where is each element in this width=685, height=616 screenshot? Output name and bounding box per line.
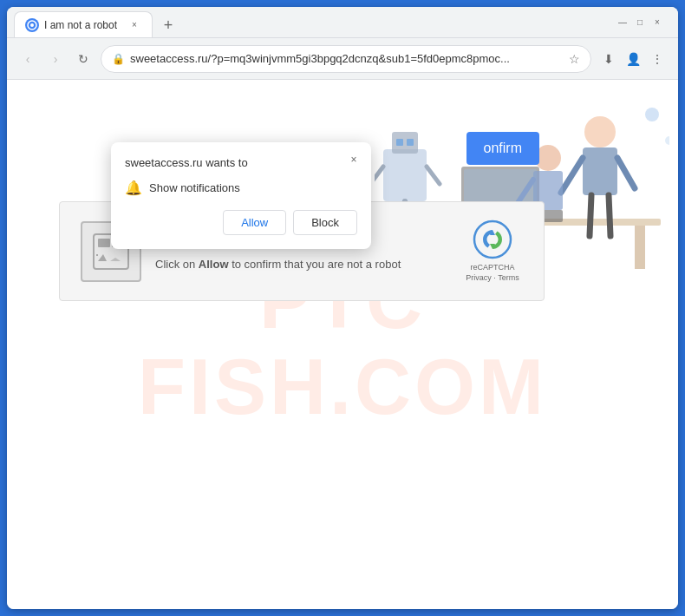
active-tab[interactable]: I am not a robot × — [14, 11, 153, 37]
svg-line-21 — [590, 195, 591, 236]
svg-rect-18 — [583, 147, 617, 195]
download-icon[interactable]: ⬇ — [598, 49, 619, 69]
menu-icon[interactable]: ⋮ — [647, 49, 668, 69]
address-bar: ‹ › ↻ 🔒 sweetaccess.ru/?p=mq3winjvmm5gi3… — [7, 38, 678, 80]
svg-point-28 — [665, 136, 669, 145]
svg-point-33 — [474, 221, 511, 258]
svg-line-22 — [609, 195, 610, 236]
svg-line-9 — [427, 167, 440, 184]
svg-point-1 — [30, 23, 34, 27]
popup-buttons: Allow Block — [125, 210, 357, 235]
tab-favicon — [25, 18, 39, 32]
maximize-button[interactable]: □ — [633, 16, 647, 29]
new-tab-button[interactable]: + — [156, 13, 180, 37]
captcha-subtitle-after: to confirm that you are not a robot — [229, 258, 401, 271]
tabs-area: I am not a robot × + — [14, 7, 616, 37]
svg-rect-32 — [96, 254, 98, 256]
close-button[interactable]: × — [650, 16, 664, 29]
url-text: sweetaccess.ru/?p=mq3winjvmm5gi3bpgq2dcn… — [130, 52, 564, 65]
svg-line-20 — [617, 158, 635, 188]
svg-rect-12 — [635, 226, 645, 269]
minimize-button[interactable]: — — [616, 16, 630, 29]
bell-icon: 🔔 — [125, 180, 142, 196]
tab-title: I am not a robot — [44, 19, 122, 31]
svg-rect-5 — [407, 139, 414, 146]
url-bar[interactable]: 🔒 sweetaccess.ru/?p=mq3winjvmm5gi3bpgq2d… — [101, 45, 591, 73]
recaptcha-badge: reCAPTCHA Privacy · Terms — [462, 220, 523, 283]
svg-point-27 — [645, 108, 659, 121]
back-button[interactable]: ‹ — [17, 49, 38, 69]
svg-line-19 — [561, 158, 583, 193]
page-content: PTC FISH.COM — [7, 80, 678, 609]
forward-button[interactable]: › — [45, 49, 66, 69]
permission-popup: sweetaccess.ru wants to × 🔔 Show notific… — [111, 142, 371, 249]
refresh-button[interactable]: ↻ — [73, 49, 94, 69]
popup-close-button[interactable]: × — [345, 151, 362, 168]
svg-rect-3 — [392, 132, 418, 154]
popup-title: sweetaccess.ru wants to — [125, 156, 357, 169]
svg-rect-4 — [396, 139, 403, 146]
title-bar: I am not a robot × + — □ × — [7, 7, 678, 38]
svg-line-8 — [375, 167, 383, 184]
tab-close-button[interactable]: × — [127, 18, 141, 32]
browser-window: I am not a robot × + — □ × ‹ › ↻ 🔒 sweet… — [7, 7, 678, 609]
window-controls: — □ × — [616, 16, 664, 29]
lock-icon: 🔒 — [112, 53, 125, 65]
captcha-subtitle: Click on Allow to confirm that you are n… — [155, 258, 448, 271]
bookmark-icon[interactable]: ☆ — [569, 52, 580, 66]
svg-rect-30 — [98, 239, 110, 247]
block-button[interactable]: Block — [293, 210, 357, 235]
captcha-subtitle-allow: Allow — [199, 258, 229, 271]
popup-notification-text: Show notifications — [149, 181, 240, 194]
popup-notification-row: 🔔 Show notifications — [125, 180, 357, 196]
profile-icon[interactable]: 👤 — [623, 49, 643, 69]
address-actions: ⬇ 👤 ⋮ — [598, 49, 668, 69]
svg-point-17 — [584, 116, 616, 147]
captcha-subtitle-before: Click on — [155, 258, 199, 271]
svg-rect-2 — [383, 149, 427, 201]
allow-button[interactable]: Allow — [223, 210, 286, 235]
confirm-button-background: onfirm — [466, 132, 539, 165]
recaptcha-label: reCAPTCHA Privacy · Terms — [466, 263, 519, 283]
